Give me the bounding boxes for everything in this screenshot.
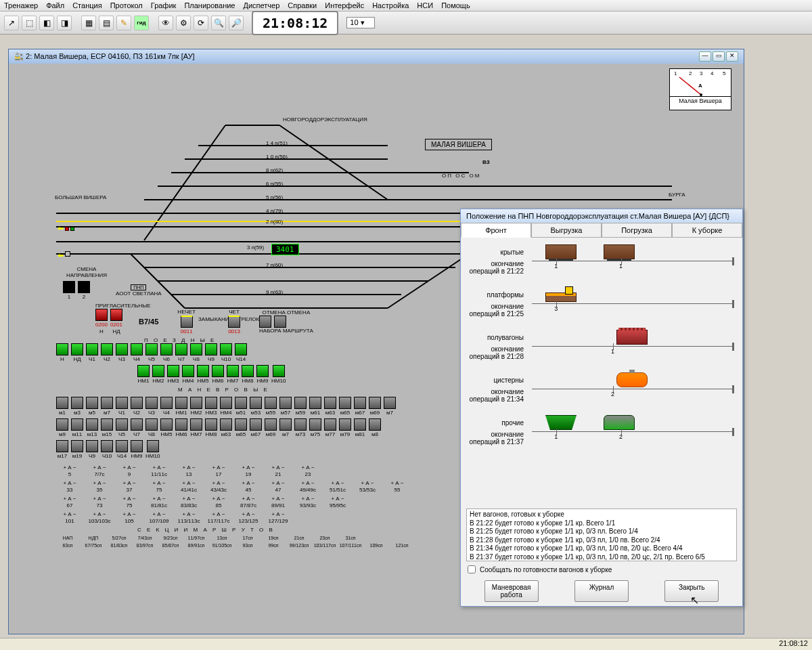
tool-icon[interactable]: 👁 <box>158 16 173 30</box>
panel-button[interactable] <box>86 418 98 431</box>
tool-icon[interactable]: ▦ <box>81 16 96 30</box>
tool-icon[interactable]: ⚙ <box>176 16 191 30</box>
nechet-button[interactable] <box>181 316 193 328</box>
menubar[interactable]: Тренажер Файл Станция Протокол График Пл… <box>0 0 812 12</box>
dir-button[interactable] <box>63 281 75 293</box>
panel-button[interactable] <box>145 418 158 431</box>
panel-button[interactable] <box>354 418 366 431</box>
panel-button[interactable] <box>250 418 262 431</box>
panel-button[interactable] <box>160 343 173 355</box>
panel-button[interactable] <box>56 418 68 431</box>
window-titlebar[interactable]: 🚉 2: Малая Вишера, ЕСР 04160, ПЗ 161км 7… <box>9 49 744 64</box>
panel-button[interactable] <box>339 418 351 431</box>
panel-button[interactable] <box>250 397 262 409</box>
invite-button[interactable] <box>95 309 108 321</box>
minimize-icon[interactable]: — <box>699 51 711 62</box>
tool-icon[interactable]: ◨ <box>57 16 72 30</box>
menu-item[interactable]: Тренажер <box>4 1 38 9</box>
panel-button[interactable] <box>152 365 164 377</box>
panel-button[interactable] <box>131 343 143 355</box>
panel-button[interactable] <box>71 418 83 431</box>
panel-button[interactable] <box>71 440 83 452</box>
panel-button[interactable] <box>273 365 285 377</box>
zoom-select[interactable]: 10 ▾ <box>346 17 374 28</box>
shunting-button[interactable]: Маневровая работа <box>484 580 539 602</box>
panel-button[interactable] <box>160 418 173 431</box>
menu-item[interactable]: График <box>151 1 177 9</box>
tab-cleanup[interactable]: К уборке <box>672 223 742 237</box>
panel-button[interactable] <box>190 397 202 409</box>
panel-button[interactable] <box>220 397 232 409</box>
tab-unload[interactable]: Выгрузка <box>531 223 602 237</box>
panel-button[interactable] <box>235 397 247 409</box>
menu-item[interactable]: Помощь <box>441 1 470 9</box>
tool-icon[interactable]: ▤ <box>99 16 114 30</box>
panel-button[interactable] <box>309 397 321 409</box>
menu-item[interactable]: Настройка <box>372 1 409 9</box>
panel-button[interactable] <box>294 418 307 431</box>
panel-button[interactable] <box>384 397 396 409</box>
panel-button[interactable] <box>131 418 143 431</box>
panel-button[interactable] <box>190 418 202 431</box>
panel-button[interactable] <box>205 397 217 409</box>
panel-button[interactable] <box>235 418 247 431</box>
panel-button[interactable] <box>369 418 381 431</box>
panel-button[interactable] <box>56 343 68 355</box>
tab-load[interactable]: Погрузка <box>602 223 672 237</box>
panel-button[interactable] <box>205 418 217 431</box>
tool-icon[interactable]: ◧ <box>39 16 54 30</box>
panel-button[interactable] <box>235 343 247 355</box>
panel-button[interactable] <box>175 397 187 409</box>
panel-button[interactable] <box>71 343 83 355</box>
panel-button[interactable] <box>324 397 336 409</box>
panel-button[interactable] <box>309 418 321 431</box>
panel-button[interactable] <box>190 343 202 355</box>
panel-button[interactable] <box>145 343 158 355</box>
panel-button[interactable] <box>242 365 254 377</box>
panel-button[interactable] <box>354 397 366 409</box>
cancel-button[interactable] <box>274 316 286 328</box>
panel-button[interactable] <box>116 343 128 355</box>
log-area[interactable]: Нет вагонов, готовых к уборкеВ 21:22 буд… <box>466 508 737 561</box>
panel-button[interactable] <box>137 365 150 377</box>
close-icon[interactable]: ✕ <box>726 51 738 62</box>
panel-button[interactable] <box>182 365 194 377</box>
panel-button[interactable] <box>256 365 269 377</box>
panel-button[interactable] <box>131 440 143 452</box>
panel-button[interactable] <box>56 397 68 409</box>
panel-button[interactable] <box>279 418 292 431</box>
panel-button[interactable] <box>339 397 351 409</box>
invite-button[interactable] <box>110 309 122 321</box>
panel-button[interactable] <box>205 343 217 355</box>
panel-button[interactable] <box>324 418 336 431</box>
journal-button[interactable]: Журнал <box>574 580 629 602</box>
panel-button[interactable] <box>86 440 98 452</box>
panel-button[interactable] <box>116 418 128 431</box>
tab-front[interactable]: Фронт <box>461 223 531 238</box>
panel-button[interactable] <box>145 397 158 409</box>
panel-button[interactable] <box>369 397 381 409</box>
menu-item[interactable]: Диспетчер <box>243 1 279 9</box>
dir-button[interactable] <box>78 281 90 293</box>
panel-button[interactable] <box>71 397 83 409</box>
tool-icon[interactable]: ↗ <box>4 16 19 30</box>
panel-button[interactable] <box>294 397 307 409</box>
menu-item[interactable]: Станция <box>72 1 102 9</box>
panel-button[interactable] <box>101 440 113 452</box>
search-icon[interactable]: 🔎 <box>229 16 244 30</box>
panel-button[interactable] <box>279 397 292 409</box>
menu-item[interactable]: Справки <box>288 1 317 9</box>
menu-item[interactable]: Файл <box>46 1 64 9</box>
menu-item[interactable]: НСИ <box>417 1 433 9</box>
panel-button[interactable] <box>175 418 187 431</box>
panel-button[interactable] <box>160 397 173 409</box>
panel-button[interactable] <box>101 418 113 431</box>
panel-button[interactable] <box>131 397 143 409</box>
tool-gid-icon[interactable]: гид <box>134 16 149 30</box>
panel-button[interactable] <box>167 365 179 377</box>
panel-button[interactable] <box>227 365 239 377</box>
close-button[interactable]: Закрыть <box>664 580 719 602</box>
tool-icon[interactable]: 🔍 <box>211 16 226 30</box>
panel-button[interactable] <box>56 440 68 452</box>
panel-button[interactable] <box>265 418 277 431</box>
